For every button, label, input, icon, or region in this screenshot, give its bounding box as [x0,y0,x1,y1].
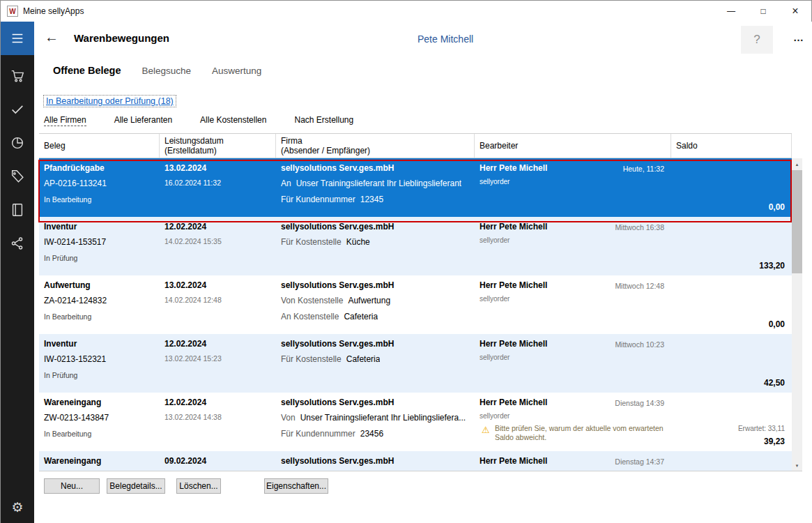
filter-firmen[interactable]: Alle Firmen [44,115,86,126]
column-header-label: Bearbeiter [480,141,666,151]
detail-line: VonUnser Trainingslieferant Ihr Liebling… [281,413,466,423]
detail-line: AnUnser Trainingslieferant Ihr Lieblings… [281,179,461,188]
tab-offene-belege[interactable]: Offene Belege [53,65,121,76]
detail-line: Für KostenstelleCafeteria [281,354,380,364]
filter-bar: Alle Firmen Alle Lieferanten Alle Kosten… [44,115,353,126]
editor: Herr Pete Michell [480,280,547,290]
book-icon [10,202,25,218]
editor: Herr Pete Michell [480,222,547,232]
table-row[interactable]: Aufwertung ZA-0214-124832 In Bearbeitung… [39,275,792,334]
properties-button[interactable]: Eigenschaften... [264,478,328,494]
cart-icon [10,68,25,84]
table-row[interactable]: Inventur IW-0213-152321 In Prüfung 12.02… [39,334,792,393]
doc-status: In Bearbeitung [44,312,91,321]
maximize-button[interactable]: □ [747,1,779,22]
scroll-up-arrow[interactable]: ▲ [792,159,802,169]
column-header-label: Saldo [676,141,786,151]
expected-saldo: Erwartet: 33,11 [738,425,785,432]
doc-type: Inventur [44,222,77,232]
doc-type: Wareneingang [44,456,101,466]
created-date: 16.02.2024 11:32 [164,179,221,187]
created-date: 14.02.2024 12:48 [164,296,222,304]
table-row[interactable]: Wareneingang 09.02.2024 sellysolutions S… [39,451,792,471]
help-button[interactable]: ? [741,26,773,54]
doc-number: ZW-0213-143847 [44,413,109,423]
back-button[interactable]: ← [45,29,59,45]
filter-lieferanten[interactable]: Alle Lieferanten [114,115,172,126]
sidebar-item-cart[interactable] [1,59,34,93]
company: sellysolutions Serv.ges.mbH [281,456,394,466]
document-details-button[interactable]: Belegdetails... [107,478,165,494]
tab-auswertung[interactable]: Auswertung [212,66,261,76]
created-date: 13.02.2024 14:38 [164,413,222,421]
sidebar-item-settings[interactable]: ⚙ [1,490,34,523]
documents-table: Beleg Leistungsdatum(Erstelldatum) Firma… [39,133,802,471]
window-title: Meine sellyApps [23,6,84,16]
tab-belegsuche[interactable]: Belegsuche [142,66,192,76]
detail-line: Für KostenstelleKüche [281,237,370,247]
saldo-value: 42,50 [764,378,785,388]
warning-text: Bitte prüfen Sie, warum der aktuelle vom… [495,424,668,442]
filter-sortierung[interactable]: Nach Erstellung [294,115,353,126]
column-header-saldo: Saldo [671,134,792,158]
sidebar-item-reports[interactable] [1,126,34,160]
hamburger-icon [10,31,25,46]
new-button[interactable]: Neu... [44,478,100,494]
table-row[interactable]: Inventur IW-0214-153517 In Prüfung 12.02… [39,217,792,275]
filter-kostenstellen[interactable]: Alle Kostenstellen [200,115,266,126]
column-header-sublabel: (Erstelldatum) [164,146,270,156]
company: sellysolutions Serv.ges.mbH [281,339,394,349]
saldo-value: 0,00 [769,202,785,212]
company: sellysolutions Serv.ges.mbH [281,222,394,232]
row-time: Dienstag 14:39 [615,399,664,407]
sidebar-item-documents[interactable] [1,93,34,126]
source-app: sellyorder [480,236,510,244]
editor: Herr Pete Michell [480,163,547,173]
saldo-value: 133,20 [759,261,785,271]
source-app: sellyorder [480,354,510,361]
service-date: 13.02.2024 [164,163,206,173]
created-date: 13.02.2024 15:23 [164,354,222,363]
pie-chart-icon [10,135,25,151]
action-bar: Neu... Belegdetails... Löschen... Eigens… [34,478,812,495]
page-title: Warenbewegungen [74,32,169,44]
minimize-button[interactable]: — [715,1,747,22]
source-app: sellyorder [480,295,510,303]
sidebar-item-journal[interactable] [1,193,34,227]
row-time: Mittwoch 12:48 [615,282,664,290]
doc-type: Wareneingang [44,397,101,407]
doc-type: Aufwertung [44,280,91,290]
editor: Herr Pete Michell [480,339,547,349]
column-header-label: Leistungsdatum [164,136,270,146]
window-controls: — □ × [715,1,811,22]
doc-status: In Bearbeitung [44,430,91,438]
gear-icon: ⚙ [11,499,23,515]
scrollbar-thumb[interactable] [792,170,802,273]
close-button[interactable]: × [779,1,811,22]
hamburger-menu-button[interactable] [1,22,34,55]
table-row[interactable]: Wareneingang ZW-0213-143847 In Bearbeitu… [39,393,792,451]
sidebar-item-articles[interactable] [1,160,34,193]
tab-bar: Offene Belege Belegsuche Auswertung [53,65,261,76]
delete-button[interactable]: Löschen... [176,478,221,494]
scroll-down-arrow[interactable]: ▼ [792,460,802,471]
sidebar-item-share[interactable] [1,227,34,260]
user-name-link[interactable]: Pete Mitchell [418,33,473,45]
row-time: Mittwoch 10:23 [615,340,664,349]
detail-line: An KostenstelleCafeteria [281,312,378,321]
tag-icon [10,169,25,184]
source-app: sellyorder [480,412,510,420]
saldo-value: 39,23 [764,437,785,446]
table-row[interactable]: Pfandrückgabe AP-0216-113241 In Bearbeit… [39,158,792,217]
row-time: Mittwoch 16:38 [615,223,664,232]
column-header-sublabel: (Absender / Empfänger) [281,146,469,156]
service-date: 12.02.2024 [164,397,206,407]
warning-icon: ⚠ [482,425,490,435]
main-content: ← Warenbewegungen Pete Mitchell ? … Offe… [34,22,812,523]
status-filter-link[interactable]: In Bearbeitung oder Prüfung (18) [43,95,176,107]
more-options-button[interactable]: … [787,31,811,43]
service-date: 13.02.2024 [164,280,206,290]
vertical-scrollbar[interactable]: ▲ ▼ [792,158,802,471]
source-app: sellyorder [480,178,510,185]
row-time: Heute, 11:32 [623,165,664,173]
